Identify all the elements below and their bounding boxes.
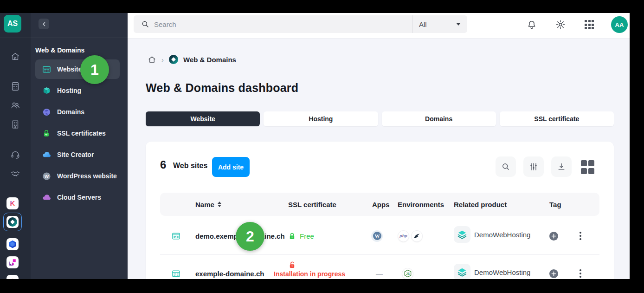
table-download-button[interactable] (551, 156, 572, 177)
related-product-link[interactable]: DemoWebHosting (454, 262, 530, 279)
ssl-lock-icon (42, 129, 51, 138)
grid-view-toggle[interactable] (581, 160, 595, 174)
table-row: exemple-domaine.ch Installation in progr… (160, 255, 599, 279)
sidebar-item-domains[interactable]: Domains (35, 102, 120, 122)
sort-icon (218, 202, 221, 207)
sidebar-item-label: Domains (57, 108, 84, 116)
users-icon[interactable] (0, 100, 31, 111)
add-tag-button[interactable] (549, 263, 558, 279)
user-avatar[interactable]: AA (611, 16, 628, 33)
headset-icon[interactable] (0, 150, 31, 160)
related-product-link[interactable]: DemoWebHosting (454, 224, 530, 245)
add-tag-button[interactable] (549, 226, 558, 246)
sidebar-section-title: Web & Domains (35, 46, 84, 54)
bell-icon (527, 20, 537, 30)
dashboard-tabs: Website Hosting Domains SSL certificate (146, 111, 614, 126)
sidebar-item-label: Website (57, 65, 82, 73)
orange-logo[interactable] (6, 275, 19, 279)
sidebar-item-site-creator[interactable]: Site Creator (35, 145, 120, 164)
web-domains-logo-small (169, 55, 178, 64)
add-site-button[interactable]: Add site (212, 157, 250, 177)
hexagon-logo[interactable] (6, 238, 19, 250)
collapse-sidebar-button[interactable] (39, 19, 49, 29)
sidebar-panel: Web & Domains Website Hosting Domains (31, 13, 128, 279)
websites-count-label: Web sites (173, 162, 207, 170)
site-icon (172, 226, 180, 246)
wordpress-app-icon: W (371, 230, 383, 242)
column-header-name[interactable]: Name (195, 193, 221, 216)
tab-website[interactable]: Website (146, 111, 260, 126)
lock-open-icon (288, 261, 296, 269)
environments-cell: php (398, 226, 423, 246)
site-name-link[interactable]: exemple-domaine.ch (195, 263, 264, 279)
plus-circle-icon (549, 269, 558, 278)
web-domains-logo[interactable] (6, 216, 19, 228)
home-icon[interactable] (148, 55, 156, 64)
column-header-environments: Environments (398, 193, 444, 216)
svg-text:W: W (45, 173, 49, 178)
related-product-name: DemoWebHosting (474, 268, 530, 276)
cloud-blue-icon (42, 150, 51, 159)
table-header: Name SSL certificate Apps Environments R… (160, 193, 599, 216)
site-icon (172, 263, 180, 279)
column-header-tag: Tag (549, 193, 561, 216)
sidebar-top-divider (0, 38, 128, 38)
annotation-step-1-badge: 1 (80, 55, 109, 84)
table-search-button[interactable] (496, 156, 516, 177)
apps-cell: W (371, 226, 383, 246)
globe-icon (42, 107, 51, 117)
calculator-icon[interactable] (0, 81, 31, 91)
tab-ssl-certificate[interactable]: SSL certificate (500, 111, 614, 126)
apps-launcher-button[interactable] (584, 19, 595, 30)
global-search[interactable]: All (134, 15, 467, 33)
svg-text:K: K (10, 199, 15, 207)
sidebar-item-cloud-servers[interactable]: Cloud Servers (35, 188, 120, 207)
handshake-icon[interactable] (0, 169, 31, 179)
settings-button[interactable] (555, 19, 566, 30)
search-icon (141, 20, 149, 28)
sidebar-item-ssl-certificates[interactable]: SSL certificates (35, 124, 120, 143)
breadcrumb: › Web & Domains (148, 54, 236, 65)
sidebar-item-hosting[interactable]: Hosting (35, 81, 120, 100)
sidebar-item-wordpress-website[interactable]: W WordPress website (35, 166, 120, 186)
table-filter-button[interactable] (523, 156, 544, 177)
lock-closed-icon (288, 232, 296, 240)
php-environment-icon: php (398, 230, 409, 242)
sidebar-item-label: Cloud Servers (57, 194, 101, 201)
breadcrumb-section[interactable]: Web & Domains (183, 56, 236, 64)
wordpress-icon: W (42, 171, 51, 181)
svg-text:W: W (374, 233, 380, 239)
app-window: AS (0, 13, 630, 279)
hosting-product-icon (454, 226, 470, 243)
tab-domains[interactable]: Domains (382, 111, 496, 126)
apps-grid-icon (585, 20, 594, 29)
search-icon (501, 162, 510, 171)
pink-logo[interactable] (6, 256, 19, 268)
search-scope-dropdown[interactable]: All (412, 15, 467, 33)
page-title: Web & Domains dashboard (146, 81, 298, 95)
plus-circle-icon (549, 232, 558, 241)
ssl-status-label: Installation in progress (274, 270, 345, 278)
ssl-status: Free (288, 226, 314, 246)
cloud-purple-icon (42, 193, 51, 202)
table-row: demo.exemple-domaine.ch Free W php (160, 216, 599, 255)
kebab-menu-icon (578, 267, 583, 279)
home-icon[interactable] (0, 52, 31, 62)
svg-text:JS: JS (406, 272, 410, 275)
workspace-avatar[interactable]: AS (4, 15, 21, 33)
web-domains-logo-glyph (8, 217, 17, 227)
chevron-down-icon (456, 23, 461, 26)
column-header-apps: Apps (372, 193, 390, 216)
nodejs-environment-icon: JS (402, 268, 413, 280)
notifications-button[interactable] (526, 19, 537, 30)
kebab-menu-icon (578, 230, 583, 242)
icon-rail: AS (0, 13, 31, 279)
ssl-status-label: Free (300, 232, 314, 240)
row-menu-button[interactable] (578, 263, 583, 279)
building-icon[interactable] (0, 119, 31, 130)
row-menu-button[interactable] (578, 226, 583, 246)
tab-hosting[interactable]: Hosting (264, 111, 378, 126)
ksuite-logo[interactable]: K (6, 197, 19, 209)
column-header-related-product: Related product (454, 193, 507, 216)
websites-card: 6 Web sites Add site Name (146, 142, 614, 279)
